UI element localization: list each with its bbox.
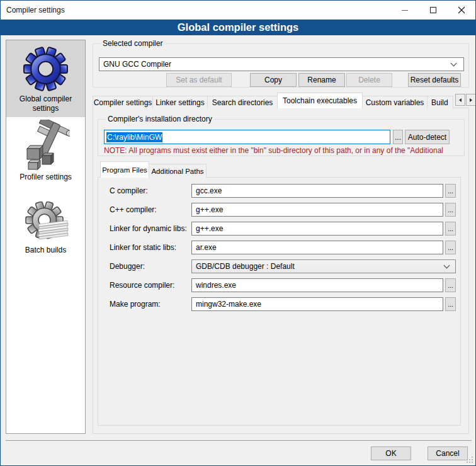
linker-static-input[interactable]: ar.exe: [191, 241, 443, 254]
copy-button[interactable]: Copy: [250, 73, 297, 87]
tab-custom-variables[interactable]: Custom variables: [362, 96, 428, 108]
page-title: Global compiler settings: [1, 20, 475, 35]
compiler-select[interactable]: GNU GCC Compiler: [99, 57, 464, 71]
tab-scroll-buttons: [455, 94, 476, 106]
installation-directory-note: NOTE: All programs must exist either in …: [104, 146, 464, 155]
minimize-button[interactable]: [390, 1, 419, 20]
c-compiler-input[interactable]: gcc.exe: [191, 184, 443, 198]
gray-gear-paper-stack-icon: [22, 202, 70, 243]
linker-dynamic-input[interactable]: g++.exe: [191, 222, 443, 236]
main-tabs: Compiler settings Linker settings Search…: [93, 93, 453, 108]
field-value: g++.exe: [196, 205, 223, 214]
ok-button[interactable]: OK: [371, 446, 411, 460]
caliper-tool-icon: [22, 120, 70, 170]
make-program-input[interactable]: mingw32-make.exe: [191, 297, 443, 311]
selected-compiler-group-label: Selected compiler: [100, 39, 165, 48]
delete-button[interactable]: Delete: [346, 73, 392, 87]
arrow-right-icon: [470, 98, 472, 102]
c-compiler-browse-button[interactable]: ...: [445, 184, 456, 198]
installation-directory-group-label: Compiler's installation directory: [105, 115, 215, 123]
sidebar: Global compiler settings: [6, 40, 86, 434]
cancel-button[interactable]: Cancel: [428, 446, 468, 460]
compiler-select-value: GNU GCC Compiler: [103, 60, 171, 69]
reset-defaults-button[interactable]: Reset defaults: [408, 73, 461, 87]
field-label: Linker for dynamic libs:: [110, 224, 191, 233]
form-row-cpp-compiler: C++ compiler: g++.exe ...: [110, 203, 456, 217]
tab-build-options-truncated[interactable]: Build: [427, 96, 453, 108]
field-value: gcc.exe: [196, 186, 222, 195]
maximize-button[interactable]: [419, 1, 447, 20]
program-files-panel: C compiler: gcc.exe ... C++ compiler: g+…: [98, 177, 461, 426]
sidebar-item-label: Profiler settings: [20, 173, 72, 182]
set-as-default-button[interactable]: Set as default: [166, 73, 232, 87]
footer-divider: [6, 440, 472, 441]
sidebar-item-label: Batch builds: [25, 246, 66, 255]
field-label: Linker for static libs:: [110, 243, 191, 252]
field-label: Resource compiler:: [110, 281, 191, 290]
maximize-icon: [430, 7, 436, 13]
field-label: Debugger:: [110, 262, 191, 271]
field-value: GDB/CDB debugger : Default: [196, 262, 295, 271]
rename-button[interactable]: Rename: [298, 73, 345, 87]
field-value: windres.exe: [196, 281, 236, 290]
form-row-linker-dynamic: Linker for dynamic libs: g++.exe ...: [110, 222, 456, 236]
cpp-compiler-browse-button[interactable]: ...: [445, 203, 456, 217]
sidebar-item-profiler-settings[interactable]: Profiler settings: [6, 117, 85, 184]
field-label: Make program:: [110, 300, 191, 309]
window-title: Compiler settings: [6, 6, 65, 14]
tab-compiler-settings[interactable]: Compiler settings: [93, 96, 153, 108]
resource-compiler-input[interactable]: windres.exe: [191, 278, 443, 292]
tab-toolchain-executables[interactable]: Toolchain executables: [277, 93, 363, 108]
resize-grip[interactable]: [467, 457, 474, 464]
close-button[interactable]: [447, 1, 475, 20]
tab-linker-settings[interactable]: Linker settings: [152, 96, 208, 108]
linker-static-browse-button[interactable]: ...: [445, 241, 456, 254]
minimize-icon: [402, 10, 408, 11]
compiler-settings-dialog: Compiler settings Global compiler settin…: [0, 0, 476, 466]
auto-detect-button[interactable]: Auto-detect: [405, 130, 450, 144]
sidebar-item-batch-builds[interactable]: Batch builds: [6, 184, 85, 263]
sidebar-item-label: Global compiler settings: [6, 94, 85, 113]
form-row-make-program: Make program: mingw32-make.exe ...: [110, 297, 456, 311]
form-row-linker-static: Linker for static libs: ar.exe ...: [110, 241, 456, 254]
field-label: C compiler:: [110, 186, 191, 195]
make-program-browse-button[interactable]: ...: [445, 297, 456, 311]
installation-directory-group: Compiler's installation directory C:\ray…: [98, 119, 465, 156]
tab-scroll-left-button[interactable]: [455, 94, 465, 106]
tab-additional-paths[interactable]: Additional Paths: [149, 164, 207, 178]
form-row-c-compiler: C compiler: gcc.exe ...: [110, 184, 456, 198]
linker-dynamic-browse-button[interactable]: ...: [445, 222, 456, 236]
selected-compiler-group: Selected compiler GNU GCC Compiler Set a…: [93, 43, 469, 88]
field-value: mingw32-make.exe: [196, 300, 261, 309]
resource-compiler-browse-button[interactable]: ...: [445, 278, 456, 292]
installation-directory-input[interactable]: C:\raylib\MinGW: [104, 130, 390, 144]
field-value: g++.exe: [196, 224, 223, 233]
form-row-resource-compiler: Resource compiler: windres.exe ...: [110, 278, 456, 292]
tab-program-files[interactable]: Program Files: [100, 161, 149, 178]
form-row-debugger: Debugger: GDB/CDB debugger : Default: [110, 259, 456, 273]
chevron-down-icon: [451, 60, 457, 66]
installation-directory-value: C:\raylib\MinGW: [106, 132, 162, 142]
arrow-left-icon: [459, 98, 462, 102]
toolchain-subtabs: Program Files Additional Paths: [100, 161, 206, 178]
sidebar-item-global-compiler-settings[interactable]: Global compiler settings: [6, 40, 85, 117]
cpp-compiler-input[interactable]: g++.exe: [191, 203, 443, 217]
blue-gear-icon: [23, 46, 69, 92]
debugger-select[interactable]: GDB/CDB debugger : Default: [191, 259, 456, 273]
field-label: C++ compiler:: [110, 205, 191, 214]
field-value: ar.exe: [196, 243, 217, 252]
titlebar: Compiler settings: [1, 1, 475, 20]
installation-directory-browse-button[interactable]: ...: [393, 130, 403, 144]
tab-scroll-right-button[interactable]: [466, 94, 476, 106]
caption-buttons: [390, 1, 475, 20]
tab-search-directories[interactable]: Search directories: [207, 96, 278, 108]
close-icon: [458, 6, 465, 14]
chevron-down-icon: [444, 262, 450, 268]
